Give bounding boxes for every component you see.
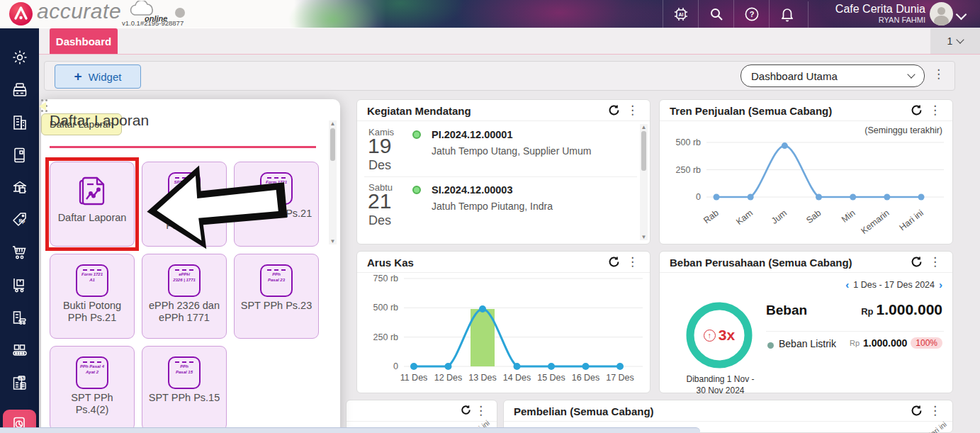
scroll-down-icon[interactable]: ▼ — [641, 234, 647, 240]
svg-text:Min: Min — [840, 208, 857, 224]
tab-dashboard[interactable]: Dashboard — [50, 28, 118, 54]
axis-label: Hari ini — [925, 420, 948, 433]
divider — [364, 176, 637, 177]
sidebar-item-company[interactable] — [3, 112, 36, 133]
ai-assistant-icon[interactable]: AI — [663, 0, 699, 28]
add-widget-label: Widget — [89, 71, 122, 83]
widget-title: Tren Penjualan (Semua Cabang) — [670, 105, 832, 117]
event-status-dot — [412, 130, 421, 139]
refresh-icon[interactable] — [911, 405, 923, 420]
svg-text:250 rb: 250 rb — [373, 332, 398, 342]
widget-title: Beban Perusahaan (Semua Cabang) — [670, 257, 852, 269]
tab-count-control[interactable]: 1 — [930, 28, 980, 54]
panel-scrollbar[interactable]: ▲ ▼ — [329, 120, 337, 244]
daftar-laporan-panel: Daftar Laporan Daftar Laporan SPT PPN / … — [41, 99, 340, 433]
date-range-value: 1 Des - 17 Des 2024 — [853, 280, 935, 290]
widget-menu-icon[interactable]: ⋮ — [929, 256, 941, 268]
tab-count-value: 1 — [947, 35, 953, 47]
refresh-icon[interactable] — [911, 256, 923, 271]
next-range-icon[interactable]: › — [939, 279, 942, 291]
sidebar-item-cash-register[interactable] — [3, 79, 36, 100]
account-info[interactable]: Cafe Cerita Dunia RYAN FAHMI — [808, 1, 925, 28]
widget-menu-icon[interactable]: ⋮ — [929, 405, 941, 417]
version-text: v1.0.1#2195-928877 — [122, 19, 184, 27]
tile-epph-2326-1771[interactable]: ePPH 2326 | 1771 ePPh 2326 dan ePPh 1771 — [142, 254, 227, 339]
tile-daftar-laporan[interactable]: Daftar Laporan — [50, 162, 135, 247]
total-amount: Rp1.000.000 — [861, 301, 942, 318]
event-date: 21 — [368, 189, 391, 213]
form-1721-icon: Form 1721 — [260, 172, 293, 205]
tile-spt-ppn-ppnbm[interactable]: SPT PPN / PPNBM SPT PPN / PPNBM — [142, 162, 227, 247]
legend-dot — [767, 342, 774, 349]
chevron-down-icon[interactable] — [956, 9, 967, 21]
top-bar: accurate online v1.0.1#2195-928877 AI ? … — [0, 0, 980, 30]
widget-arus-kas: Arus Kas ⋮ 0250 rb500 rb750 rb11 Des12 D… — [356, 251, 650, 393]
svg-text:Rp: Rp — [18, 218, 25, 224]
increase-arrow-icon: ↑ — [704, 330, 716, 342]
svg-text:Jum: Jum — [770, 208, 789, 226]
sidebar-item-settings[interactable] — [3, 47, 36, 67]
event-doc-number[interactable]: SI.2024.12.00003 — [432, 184, 513, 196]
tile-spt-pph-21[interactable]: Form 1721 SPT PPh Ps.21 — [234, 162, 319, 247]
toolbar-menu-button[interactable]: ⋮ — [933, 68, 945, 80]
prev-range-icon[interactable]: ‹ — [845, 279, 849, 291]
tile-spt-pph-15[interactable]: PPh Pasal 15 SPT PPh Ps.15 — [142, 346, 227, 431]
svg-text:750 rb: 750 rb — [373, 274, 398, 283]
bottom-edge-band — [0, 427, 700, 433]
scrollbar[interactable]: ▲ ▼ — [640, 124, 648, 240]
tile-bukti-potong-pph21[interactable]: Form 1721 A1 Bukti Potong PPh Ps.21 — [50, 254, 135, 339]
accurate-logo-icon — [9, 2, 33, 26]
expense-row-label[interactable]: Beban Listrik — [779, 338, 836, 349]
scroll-up-icon[interactable]: ▲ — [641, 124, 647, 130]
avatar[interactable] — [930, 2, 953, 26]
svg-text:Kam: Kam — [734, 208, 755, 227]
widget-menu-icon[interactable]: ⋮ — [929, 104, 941, 116]
scroll-down-icon[interactable]: ▼ — [330, 238, 336, 244]
widget-header: Kegiatan Mendatang ⋮ — [357, 100, 650, 121]
sidebar-item-purchase-cart[interactable] — [3, 242, 36, 263]
event-date: 19 — [368, 134, 391, 158]
refresh-icon[interactable] — [608, 256, 620, 271]
sidebar-item-pricing[interactable]: Rp — [3, 210, 36, 230]
widget-kegiatan-mendatang: Kegiatan Mendatang ⋮ Kamis 19 Des PI.202… — [356, 99, 650, 244]
scrollbar-thumb[interactable] — [641, 131, 646, 171]
tile-spt-pph-4-2[interactable]: PPh Pasal 4 Ayat 2 SPT PPh Ps.4(2) — [50, 346, 135, 431]
notification-bell-icon[interactable] — [769, 0, 805, 28]
sidebar-item-asset[interactable] — [3, 308, 36, 328]
svg-text:0: 0 — [393, 361, 398, 371]
brand-name: accurate — [37, 0, 121, 23]
widget-menu-icon[interactable]: ⋮ — [626, 256, 638, 268]
pph-pasal-4-ayat-2-icon: PPh Pasal 4 Ayat 2 — [76, 356, 108, 389]
sidebar-item-tax[interactable]: TAX — [3, 373, 36, 393]
dashboard-toolbar: + Widget Dashboard Utama ⋮ — [44, 61, 955, 91]
tab-bar: Dashboard 1 — [39, 28, 980, 55]
sidebar-item-manufacture[interactable] — [3, 340, 36, 361]
refresh-icon[interactable] — [608, 104, 620, 119]
widget-menu-icon[interactable]: ⋮ — [626, 104, 638, 116]
widget-beban-perusahaan: Beban Perusahaan (Semua Cabang) ⋮ ‹ 1 De… — [659, 251, 953, 393]
dashboard-select[interactable]: Dashboard Utama — [740, 64, 925, 87]
sidebar-item-delivery-trolley[interactable] — [3, 275, 36, 296]
tile-spt-pph-23[interactable]: PPh Pasal 23 SPT PPh Ps.23 — [234, 254, 319, 339]
refresh-icon[interactable] — [911, 104, 923, 119]
scrollbar-thumb[interactable] — [330, 128, 335, 161]
help-icon[interactable]: ? — [733, 0, 770, 28]
sidebar-item-bank[interactable] — [3, 177, 36, 198]
widget-menu-icon[interactable]: ⋮ — [475, 405, 487, 417]
svg-text:?: ? — [750, 10, 755, 18]
search-icon[interactable] — [698, 0, 734, 28]
total-label: Beban — [766, 303, 807, 318]
chevron-down-icon — [907, 70, 915, 78]
add-widget-button[interactable]: + Widget — [55, 64, 141, 89]
event-doc-number[interactable]: PI.2024.12.00001 — [432, 129, 513, 140]
scroll-up-icon[interactable]: ▲ — [330, 120, 336, 127]
pph-pasal-15-icon: PPh Pasal 15 — [168, 356, 201, 389]
expense-row-amount: Rp 1.000.000 100% — [850, 337, 942, 349]
chart-subtitle: (Seminggu terakhir) — [864, 125, 942, 135]
widget-header: Pembelian (Semua Cabang) ⋮ — [504, 400, 952, 422]
svg-text:14 Des: 14 Des — [503, 373, 531, 383]
refresh-icon[interactable] — [461, 405, 471, 418]
sidebar-item-journal[interactable] — [3, 145, 36, 165]
svg-text:12 Des: 12 Des — [434, 373, 463, 383]
tile-label: SPT PPh Ps.21 — [235, 208, 318, 220]
